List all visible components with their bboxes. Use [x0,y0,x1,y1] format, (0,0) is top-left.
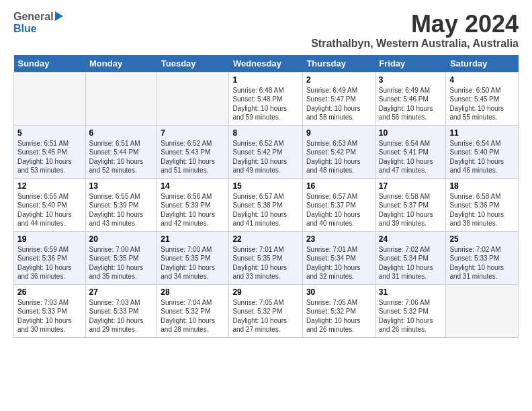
cell-info: Sunrise: 6:52 AM Sunset: 5:42 PM Dayligh… [232,139,299,175]
cell-info: Sunrise: 7:00 AM Sunset: 5:35 PM Dayligh… [161,245,225,281]
day-number: 29 [232,287,299,297]
cell-info: Sunrise: 7:05 AM Sunset: 5:32 PM Dayligh… [232,298,299,334]
cell-info: Sunrise: 6:59 AM Sunset: 5:36 PM Dayligh… [17,245,82,281]
cell-info: Sunrise: 6:48 AM Sunset: 5:48 PM Dayligh… [232,86,299,122]
day-number: 17 [379,181,443,191]
calendar-cell: 30Sunrise: 7:05 AM Sunset: 5:32 PM Dayli… [302,284,375,337]
col-header-saturday: Saturday [446,55,519,73]
day-number: 12 [17,181,82,191]
calendar-cell: 21Sunrise: 7:00 AM Sunset: 5:35 PM Dayli… [157,231,229,284]
calendar-cell: 17Sunrise: 6:58 AM Sunset: 5:37 PM Dayli… [375,178,446,231]
calendar-cell [446,284,519,337]
calendar-week-row: 19Sunrise: 6:59 AM Sunset: 5:36 PM Dayli… [14,231,519,284]
logo-arrow-icon [55,11,63,21]
col-header-thursday: Thursday [302,55,375,73]
cell-info: Sunrise: 6:54 AM Sunset: 5:41 PM Dayligh… [379,139,443,175]
day-number: 13 [89,181,154,191]
cell-info: Sunrise: 6:51 AM Sunset: 5:45 PM Dayligh… [17,139,82,175]
logo-general-text: General [13,11,54,23]
day-number: 24 [379,234,443,244]
calendar-cell: 10Sunrise: 6:54 AM Sunset: 5:41 PM Dayli… [375,125,446,178]
calendar-cell: 27Sunrise: 7:03 AM Sunset: 5:33 PM Dayli… [85,284,157,337]
calendar-cell: 26Sunrise: 7:03 AM Sunset: 5:33 PM Dayli… [14,284,86,337]
calendar-cell: 4Sunrise: 6:50 AM Sunset: 5:45 PM Daylig… [446,72,519,125]
day-number: 6 [89,128,154,138]
calendar-cell [157,72,229,125]
col-header-wednesday: Wednesday [229,55,303,73]
day-number: 11 [449,128,515,138]
day-number: 19 [17,234,82,244]
cell-info: Sunrise: 7:02 AM Sunset: 5:33 PM Dayligh… [449,245,515,281]
day-number: 18 [449,181,515,191]
calendar-cell: 29Sunrise: 7:05 AM Sunset: 5:32 PM Dayli… [229,284,303,337]
calendar-cell: 24Sunrise: 7:02 AM Sunset: 5:34 PM Dayli… [375,231,446,284]
cell-info: Sunrise: 6:53 AM Sunset: 5:42 PM Dayligh… [306,139,371,175]
header-row: SundayMondayTuesdayWednesdayThursdayFrid… [14,55,519,73]
calendar-cell [85,72,157,125]
calendar-cell: 6Sunrise: 6:51 AM Sunset: 5:44 PM Daylig… [85,125,157,178]
calendar-cell: 22Sunrise: 7:01 AM Sunset: 5:35 PM Dayli… [229,231,303,284]
calendar-cell: 14Sunrise: 6:56 AM Sunset: 5:39 PM Dayli… [157,178,229,231]
calendar-cell: 7Sunrise: 6:52 AM Sunset: 5:43 PM Daylig… [157,125,229,178]
cell-info: Sunrise: 6:51 AM Sunset: 5:44 PM Dayligh… [89,139,154,175]
calendar-cell: 31Sunrise: 7:06 AM Sunset: 5:32 PM Dayli… [375,284,446,337]
day-number: 21 [161,234,225,244]
cell-info: Sunrise: 7:02 AM Sunset: 5:34 PM Dayligh… [379,245,443,281]
cell-info: Sunrise: 6:55 AM Sunset: 5:39 PM Dayligh… [89,192,154,228]
cell-info: Sunrise: 6:52 AM Sunset: 5:43 PM Dayligh… [161,139,225,175]
calendar-week-row: 1Sunrise: 6:48 AM Sunset: 5:48 PM Daylig… [14,72,519,125]
calendar-cell: 19Sunrise: 6:59 AM Sunset: 5:36 PM Dayli… [14,231,86,284]
cell-info: Sunrise: 6:49 AM Sunset: 5:47 PM Dayligh… [306,86,371,122]
calendar-cell: 13Sunrise: 6:55 AM Sunset: 5:39 PM Dayli… [85,178,157,231]
cell-info: Sunrise: 6:49 AM Sunset: 5:46 PM Dayligh… [379,86,443,122]
day-number: 30 [306,287,371,297]
page: General Blue May 2024 Strathalbyn, Weste… [0,0,532,349]
calendar-cell [14,72,86,125]
calendar-cell: 20Sunrise: 7:00 AM Sunset: 5:35 PM Dayli… [85,231,157,284]
day-number: 8 [232,128,299,138]
calendar-table: SundayMondayTuesdayWednesdayThursdayFrid… [13,55,519,338]
day-number: 3 [379,75,443,85]
calendar-week-row: 5Sunrise: 6:51 AM Sunset: 5:45 PM Daylig… [14,125,519,178]
cell-info: Sunrise: 7:01 AM Sunset: 5:35 PM Dayligh… [232,245,299,281]
day-number: 27 [89,287,154,297]
day-number: 4 [449,75,515,85]
logo: General Blue [13,11,63,35]
cell-info: Sunrise: 7:03 AM Sunset: 5:33 PM Dayligh… [17,298,82,334]
cell-info: Sunrise: 6:57 AM Sunset: 5:37 PM Dayligh… [306,192,371,228]
day-number: 1 [232,75,299,85]
col-header-tuesday: Tuesday [157,55,229,73]
col-header-monday: Monday [85,55,157,73]
day-number: 5 [17,128,82,138]
cell-info: Sunrise: 7:06 AM Sunset: 5:32 PM Dayligh… [379,298,443,334]
day-number: 7 [161,128,225,138]
col-header-sunday: Sunday [14,55,86,73]
cell-info: Sunrise: 6:56 AM Sunset: 5:39 PM Dayligh… [161,192,225,228]
calendar-cell: 3Sunrise: 6:49 AM Sunset: 5:46 PM Daylig… [375,72,446,125]
col-header-friday: Friday [375,55,446,73]
cell-info: Sunrise: 6:54 AM Sunset: 5:40 PM Dayligh… [449,139,515,175]
calendar-cell: 16Sunrise: 6:57 AM Sunset: 5:37 PM Dayli… [302,178,375,231]
calendar-week-row: 26Sunrise: 7:03 AM Sunset: 5:33 PM Dayli… [14,284,519,337]
cell-info: Sunrise: 7:01 AM Sunset: 5:34 PM Dayligh… [306,245,371,281]
day-number: 15 [232,181,299,191]
day-number: 10 [379,128,443,138]
day-number: 20 [89,234,154,244]
cell-info: Sunrise: 7:04 AM Sunset: 5:32 PM Dayligh… [161,298,225,334]
day-number: 2 [306,75,371,85]
calendar-cell: 18Sunrise: 6:58 AM Sunset: 5:36 PM Dayli… [446,178,519,231]
calendar-cell: 9Sunrise: 6:53 AM Sunset: 5:42 PM Daylig… [302,125,375,178]
day-number: 25 [449,234,515,244]
calendar-cell: 28Sunrise: 7:04 AM Sunset: 5:32 PM Dayli… [157,284,229,337]
title-block: May 2024 Strathalbyn, Western Australia,… [311,11,519,50]
cell-info: Sunrise: 6:55 AM Sunset: 5:40 PM Dayligh… [17,192,82,228]
logo-blue-text: Blue [13,23,37,34]
cell-info: Sunrise: 6:57 AM Sunset: 5:38 PM Dayligh… [232,192,299,228]
day-number: 16 [306,181,371,191]
location-title: Strathalbyn, Western Australia, Australi… [311,38,519,50]
cell-info: Sunrise: 6:58 AM Sunset: 5:36 PM Dayligh… [449,192,515,228]
calendar-week-row: 12Sunrise: 6:55 AM Sunset: 5:40 PM Dayli… [14,178,519,231]
calendar-cell: 25Sunrise: 7:02 AM Sunset: 5:33 PM Dayli… [446,231,519,284]
day-number: 31 [379,287,443,297]
calendar-cell: 15Sunrise: 6:57 AM Sunset: 5:38 PM Dayli… [229,178,303,231]
